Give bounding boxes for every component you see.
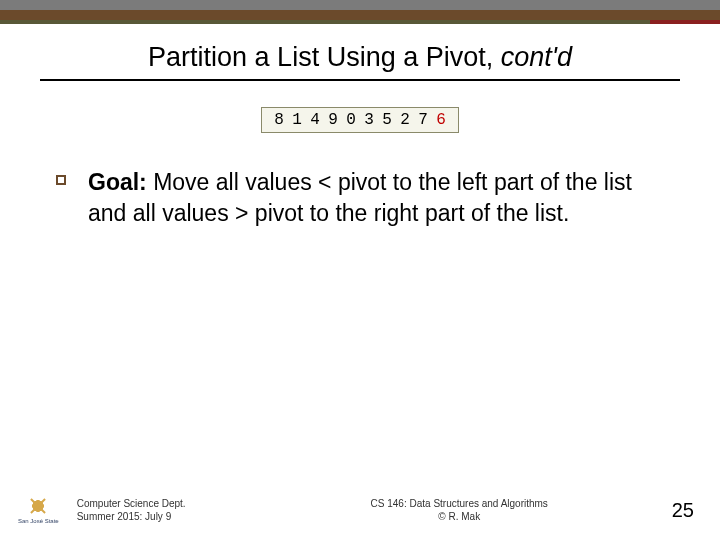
slide-title: Partition a List Using a Pivot, cont'd — [148, 42, 572, 73]
bar-gray — [0, 0, 720, 10]
slide-title-area: Partition a List Using a Pivot, cont'd — [0, 42, 720, 81]
bar-accent — [650, 20, 720, 24]
slide-footer: San José State Computer Science Dept. Su… — [0, 496, 720, 524]
array-cell: 7 — [414, 111, 432, 129]
title-underline — [40, 79, 680, 81]
footer-center: CS 146: Data Structures and Algorithms ©… — [247, 497, 672, 523]
bar-brown — [0, 10, 720, 20]
array-cell: 9 — [324, 111, 342, 129]
dept-line-1: Computer Science Dept. — [77, 497, 247, 510]
array-cell: 0 — [342, 111, 360, 129]
decorative-top-bars — [0, 0, 720, 24]
array-cell: 5 — [378, 111, 396, 129]
goal-label: Goal: — [88, 169, 147, 195]
bullet-icon — [56, 175, 66, 185]
bar-olive — [0, 20, 720, 24]
array-cell: 3 — [360, 111, 378, 129]
goal-text: Goal: Move all values < pivot to the lef… — [88, 167, 664, 229]
array-pivot-cell: 6 — [432, 111, 450, 129]
array-cell: 2 — [396, 111, 414, 129]
course-line-1: CS 146: Data Structures and Algorithms — [247, 497, 672, 510]
footer-left: Computer Science Dept. Summer 2015: July… — [77, 497, 247, 523]
array-cell: 8 — [270, 111, 288, 129]
logo-burst-icon — [28, 496, 48, 516]
logo-text: San José State — [18, 518, 59, 524]
array-cell: 4 — [306, 111, 324, 129]
goal-body: Move all values < pivot to the left part… — [88, 169, 632, 226]
bullet-item: Goal: Move all values < pivot to the lef… — [56, 167, 664, 229]
title-italic: cont'd — [501, 42, 572, 72]
course-line-2: © R. Mak — [247, 510, 672, 523]
university-logo: San José State — [18, 496, 59, 524]
page-number: 25 — [672, 499, 694, 522]
array-display: 8149035276 — [261, 107, 459, 133]
title-main: Partition a List Using a Pivot, — [148, 42, 501, 72]
dept-line-2: Summer 2015: July 9 — [77, 510, 247, 523]
array-cell: 1 — [288, 111, 306, 129]
slide-content: Goal: Move all values < pivot to the lef… — [56, 167, 664, 229]
